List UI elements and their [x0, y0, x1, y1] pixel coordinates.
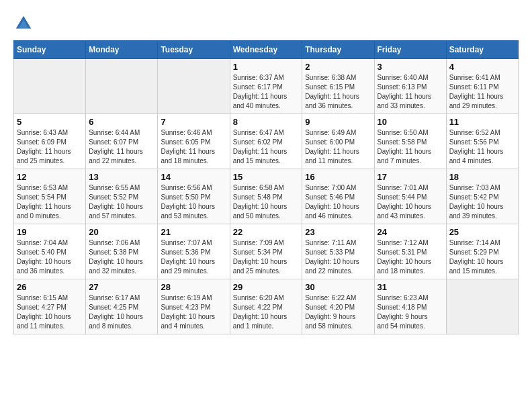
day-number: 30 [305, 282, 371, 292]
day-info: Sunrise: 6:43 AM Sunset: 6:09 PM Dayligh… [17, 128, 83, 166]
calendar-cell: 16Sunrise: 7:00 AM Sunset: 5:46 PM Dayli… [302, 169, 374, 224]
calendar-cell: 1Sunrise: 6:37 AM Sunset: 6:17 PM Daylig… [230, 59, 302, 114]
day-number: 19 [17, 227, 83, 237]
day-info: Sunrise: 6:47 AM Sunset: 6:02 PM Dayligh… [233, 128, 300, 166]
day-number: 12 [17, 172, 83, 182]
day-info: Sunrise: 6:44 AM Sunset: 6:07 PM Dayligh… [89, 128, 154, 166]
day-info: Sunrise: 7:03 AM Sunset: 5:42 PM Dayligh… [449, 183, 515, 221]
day-info: Sunrise: 6:38 AM Sunset: 6:15 PM Dayligh… [305, 73, 371, 111]
day-number: 1 [233, 62, 300, 72]
day-info: Sunrise: 6:20 AM Sunset: 4:22 PM Dayligh… [233, 293, 300, 331]
day-info: Sunrise: 6:15 AM Sunset: 4:27 PM Dayligh… [17, 293, 83, 331]
day-number: 29 [233, 282, 300, 292]
day-of-week-header: Thursday [302, 41, 374, 59]
calendar-week-row: 12Sunrise: 6:53 AM Sunset: 5:54 PM Dayli… [14, 169, 519, 224]
calendar-week-row: 1Sunrise: 6:37 AM Sunset: 6:17 PM Daylig… [14, 59, 519, 114]
day-number: 7 [161, 117, 226, 127]
calendar-cell: 3Sunrise: 6:40 AM Sunset: 6:13 PM Daylig… [374, 59, 446, 114]
day-number: 18 [449, 172, 515, 182]
calendar-week-row: 5Sunrise: 6:43 AM Sunset: 6:09 PM Daylig… [14, 114, 519, 169]
day-info: Sunrise: 6:49 AM Sunset: 6:00 PM Dayligh… [305, 128, 371, 166]
calendar-week-row: 26Sunrise: 6:15 AM Sunset: 4:27 PM Dayli… [14, 279, 519, 334]
calendar-cell: 5Sunrise: 6:43 AM Sunset: 6:09 PM Daylig… [14, 114, 86, 169]
calendar-cell: 15Sunrise: 6:58 AM Sunset: 5:48 PM Dayli… [230, 169, 302, 224]
calendar-cell: 7Sunrise: 6:46 AM Sunset: 6:05 PM Daylig… [158, 114, 230, 169]
day-info: Sunrise: 7:14 AM Sunset: 5:29 PM Dayligh… [449, 238, 515, 276]
calendar-cell: 23Sunrise: 7:11 AM Sunset: 5:33 PM Dayli… [302, 224, 374, 279]
calendar-cell: 26Sunrise: 6:15 AM Sunset: 4:27 PM Dayli… [14, 279, 86, 334]
calendar-cell: 17Sunrise: 7:01 AM Sunset: 5:44 PM Dayli… [374, 169, 446, 224]
day-info: Sunrise: 6:40 AM Sunset: 6:13 PM Dayligh… [378, 73, 443, 111]
day-number: 8 [233, 117, 300, 127]
day-info: Sunrise: 6:53 AM Sunset: 5:54 PM Dayligh… [17, 183, 83, 221]
day-number: 27 [89, 282, 154, 292]
calendar-cell [446, 279, 518, 334]
day-info: Sunrise: 6:22 AM Sunset: 4:20 PM Dayligh… [305, 293, 371, 331]
calendar-cell: 22Sunrise: 7:09 AM Sunset: 5:34 PM Dayli… [230, 224, 302, 279]
calendar-cell: 11Sunrise: 6:52 AM Sunset: 5:56 PM Dayli… [446, 114, 518, 169]
calendar-cell: 29Sunrise: 6:20 AM Sunset: 4:22 PM Dayli… [230, 279, 302, 334]
day-info: Sunrise: 6:23 AM Sunset: 4:18 PM Dayligh… [378, 293, 443, 331]
day-info: Sunrise: 6:50 AM Sunset: 5:58 PM Dayligh… [378, 128, 443, 166]
day-number: 26 [17, 282, 83, 292]
day-of-week-header: Saturday [446, 41, 518, 59]
day-info: Sunrise: 6:58 AM Sunset: 5:48 PM Dayligh… [233, 183, 300, 221]
day-of-week-header: Friday [374, 41, 446, 59]
day-of-week-header: Tuesday [158, 41, 230, 59]
calendar-cell [14, 59, 86, 114]
calendar-cell: 8Sunrise: 6:47 AM Sunset: 6:02 PM Daylig… [230, 114, 302, 169]
day-info: Sunrise: 6:37 AM Sunset: 6:17 PM Dayligh… [233, 73, 300, 111]
calendar-header-row: SundayMondayTuesdayWednesdayThursdayFrid… [14, 41, 519, 59]
day-number: 24 [378, 227, 443, 237]
calendar-cell: 30Sunrise: 6:22 AM Sunset: 4:20 PM Dayli… [302, 279, 374, 334]
page-header [13, 13, 519, 34]
day-of-week-header: Wednesday [230, 41, 302, 59]
day-number: 13 [89, 172, 154, 182]
day-info: Sunrise: 7:00 AM Sunset: 5:46 PM Dayligh… [305, 183, 371, 221]
day-number: 20 [89, 227, 154, 237]
logo [13, 13, 36, 34]
day-number: 15 [233, 172, 300, 182]
day-number: 3 [378, 62, 443, 72]
day-number: 2 [305, 62, 371, 72]
day-number: 14 [161, 172, 226, 182]
calendar-cell [158, 59, 230, 114]
day-number: 11 [449, 117, 515, 127]
day-info: Sunrise: 6:46 AM Sunset: 6:05 PM Dayligh… [161, 128, 226, 166]
calendar-cell: 31Sunrise: 6:23 AM Sunset: 4:18 PM Dayli… [374, 279, 446, 334]
calendar-cell: 18Sunrise: 7:03 AM Sunset: 5:42 PM Dayli… [446, 169, 518, 224]
day-number: 9 [305, 117, 371, 127]
day-info: Sunrise: 6:56 AM Sunset: 5:50 PM Dayligh… [161, 183, 226, 221]
calendar-cell: 14Sunrise: 6:56 AM Sunset: 5:50 PM Dayli… [158, 169, 230, 224]
calendar-cell: 21Sunrise: 7:07 AM Sunset: 5:36 PM Dayli… [158, 224, 230, 279]
calendar-cell: 4Sunrise: 6:41 AM Sunset: 6:11 PM Daylig… [446, 59, 518, 114]
calendar-cell: 20Sunrise: 7:06 AM Sunset: 5:38 PM Dayli… [86, 224, 158, 279]
day-info: Sunrise: 6:19 AM Sunset: 4:23 PM Dayligh… [161, 293, 226, 331]
calendar-cell: 28Sunrise: 6:19 AM Sunset: 4:23 PM Dayli… [158, 279, 230, 334]
day-number: 4 [449, 62, 515, 72]
calendar-cell: 6Sunrise: 6:44 AM Sunset: 6:07 PM Daylig… [86, 114, 158, 169]
day-number: 22 [233, 227, 300, 237]
day-info: Sunrise: 7:06 AM Sunset: 5:38 PM Dayligh… [89, 238, 154, 276]
day-number: 23 [305, 227, 371, 237]
calendar-cell: 13Sunrise: 6:55 AM Sunset: 5:52 PM Dayli… [86, 169, 158, 224]
day-of-week-header: Sunday [14, 41, 86, 59]
day-info: Sunrise: 6:52 AM Sunset: 5:56 PM Dayligh… [449, 128, 515, 166]
day-number: 25 [449, 227, 515, 237]
logo-icon [13, 13, 34, 34]
day-info: Sunrise: 7:07 AM Sunset: 5:36 PM Dayligh… [161, 238, 226, 276]
day-number: 31 [378, 282, 443, 292]
calendar-cell: 25Sunrise: 7:14 AM Sunset: 5:29 PM Dayli… [446, 224, 518, 279]
day-number: 16 [305, 172, 371, 182]
calendar-cell: 2Sunrise: 6:38 AM Sunset: 6:15 PM Daylig… [302, 59, 374, 114]
day-number: 21 [161, 227, 226, 237]
day-info: Sunrise: 7:09 AM Sunset: 5:34 PM Dayligh… [233, 238, 300, 276]
day-info: Sunrise: 7:04 AM Sunset: 5:40 PM Dayligh… [17, 238, 83, 276]
day-info: Sunrise: 7:12 AM Sunset: 5:31 PM Dayligh… [378, 238, 443, 276]
day-info: Sunrise: 6:55 AM Sunset: 5:52 PM Dayligh… [89, 183, 154, 221]
calendar-cell: 24Sunrise: 7:12 AM Sunset: 5:31 PM Dayli… [374, 224, 446, 279]
day-number: 28 [161, 282, 226, 292]
calendar-cell: 12Sunrise: 6:53 AM Sunset: 5:54 PM Dayli… [14, 169, 86, 224]
day-info: Sunrise: 7:01 AM Sunset: 5:44 PM Dayligh… [378, 183, 443, 221]
calendar-cell [86, 59, 158, 114]
